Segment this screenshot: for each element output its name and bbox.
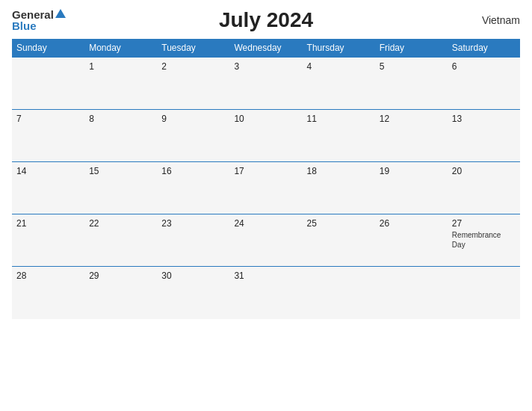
calendar-cell: 4 (303, 58, 375, 110)
day-number: 7 (16, 114, 80, 124)
calendar-cell: 3 (229, 58, 302, 110)
day-number: 2 (161, 61, 225, 72)
calendar-cell: 11 (303, 110, 375, 162)
calendar-cell (448, 267, 520, 319)
day-number: 18 (307, 166, 371, 176)
day-number: 30 (161, 271, 225, 281)
header-sunday: Sunday (12, 39, 84, 58)
calendar-cell: 1 (84, 58, 157, 110)
calendar-cell: 8 (84, 110, 157, 162)
logo-triangle-icon (55, 9, 66, 18)
calendar-cell: 17 (229, 162, 302, 214)
day-number: 1 (89, 61, 152, 72)
logo-general-text: General (12, 9, 54, 20)
weekday-header-row: Sunday Monday Tuesday Wednesday Thursday… (12, 39, 520, 58)
calendar-cell: 31 (229, 267, 302, 319)
calendar-cell: 27Remembrance Day (448, 214, 520, 267)
country-label: Vietnam (482, 14, 520, 26)
day-number: 23 (161, 218, 225, 229)
day-number: 20 (452, 166, 516, 176)
calendar-cell: 24 (229, 214, 302, 267)
calendar-cell: 21 (12, 214, 84, 267)
calendar-title: July 2024 (219, 8, 313, 32)
day-number: 8 (89, 114, 152, 124)
day-number: 21 (16, 218, 80, 229)
header: General Blue July 2024 Vietnam (12, 9, 520, 31)
calendar-cell: 18 (303, 162, 375, 214)
day-number: 31 (234, 271, 297, 281)
header-wednesday: Wednesday (229, 39, 302, 58)
calendar-cell: 12 (375, 110, 448, 162)
calendar-cell: 20 (448, 162, 520, 214)
day-number: 15 (89, 166, 152, 176)
day-number: 5 (380, 61, 443, 72)
calendar-cell: 29 (84, 267, 157, 319)
day-number: 11 (307, 114, 371, 124)
day-number: 25 (307, 218, 371, 229)
calendar-week-row: 21222324252627Remembrance Day (12, 214, 520, 267)
calendar-cell: 9 (157, 110, 229, 162)
calendar-cell: 2 (157, 58, 229, 110)
logo-blue-text: Blue (12, 20, 66, 31)
day-number: 4 (307, 61, 371, 72)
day-number: 27 (452, 218, 516, 229)
day-number: 10 (234, 114, 297, 124)
calendar-cell: 10 (229, 110, 302, 162)
calendar-container: General Blue July 2024 Vietnam Sunday Mo… (0, 0, 532, 411)
day-number: 22 (89, 218, 152, 229)
header-saturday: Saturday (448, 39, 520, 58)
header-friday: Friday (375, 39, 448, 58)
day-number: 26 (380, 218, 443, 229)
calendar-cell (375, 267, 448, 319)
day-number: 28 (16, 271, 80, 281)
day-number: 17 (234, 166, 297, 176)
day-number: 13 (452, 114, 516, 124)
calendar-cell: 23 (157, 214, 229, 267)
calendar-week-row: 28293031 (12, 267, 520, 319)
day-number: 9 (161, 114, 225, 124)
calendar-cell: 15 (84, 162, 157, 214)
calendar-cell: 13 (448, 110, 520, 162)
calendar-cell: 26 (375, 214, 448, 267)
header-tuesday: Tuesday (157, 39, 229, 58)
calendar-cell: 19 (375, 162, 448, 214)
calendar-cell: 25 (303, 214, 375, 267)
day-number: 24 (234, 218, 297, 229)
calendar-cell: 22 (84, 214, 157, 267)
calendar-week-row: 14151617181920 (12, 162, 520, 214)
calendar-cell: 30 (157, 267, 229, 319)
calendar-cell: 7 (12, 110, 84, 162)
header-monday: Monday (84, 39, 157, 58)
calendar-cell: 6 (448, 58, 520, 110)
day-number: 12 (380, 114, 443, 124)
day-number: 3 (234, 61, 297, 72)
calendar-cell (12, 58, 84, 110)
day-number: 19 (380, 166, 443, 176)
calendar-cell: 14 (12, 162, 84, 214)
day-number: 16 (161, 166, 225, 176)
calendar-cell (303, 267, 375, 319)
calendar-cell: 28 (12, 267, 84, 319)
calendar-table: Sunday Monday Tuesday Wednesday Thursday… (12, 39, 520, 319)
logo: General Blue (12, 9, 66, 31)
event-label: Remembrance Day (452, 230, 516, 250)
header-thursday: Thursday (303, 39, 375, 58)
calendar-week-row: 78910111213 (12, 110, 520, 162)
calendar-cell: 16 (157, 162, 229, 214)
day-number: 14 (16, 166, 80, 176)
calendar-cell: 5 (375, 58, 448, 110)
day-number: 6 (452, 61, 516, 72)
day-number: 29 (89, 271, 152, 281)
calendar-week-row: 123456 (12, 58, 520, 110)
